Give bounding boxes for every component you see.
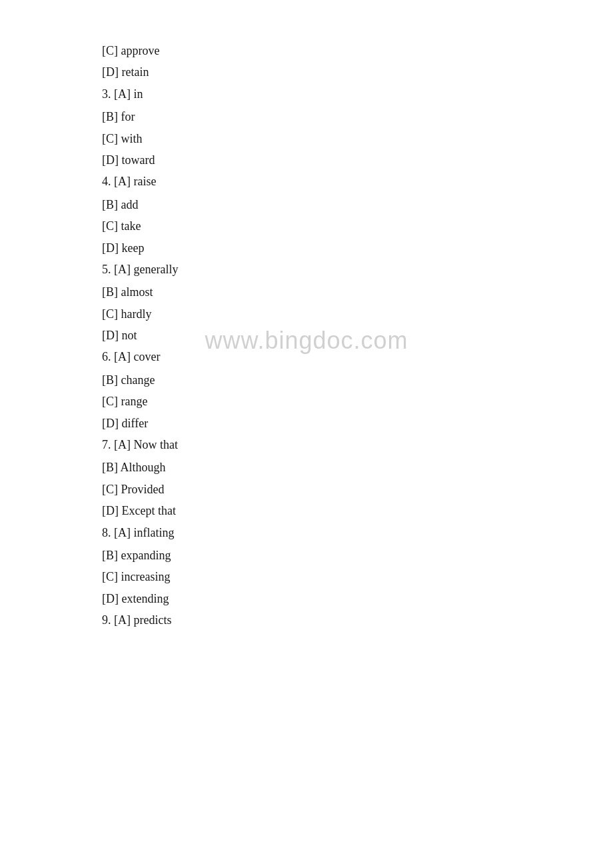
option-item: [C] take [102,215,511,237]
option-item: [C] hardly [102,303,511,325]
option-item: [B] Although [102,457,511,478]
option-item: [C] with [102,128,511,149]
option-item: [B] almost [102,281,511,303]
option-item: [C] Provided [102,479,511,500]
option-item: [D] not [102,325,511,346]
option-item: [D] extending [102,588,511,609]
option-item: [D] toward [102,149,511,171]
option-item: [B] add [102,194,511,215]
page-content: [C] approve[D] retain3. [A] in[B] for[C]… [0,0,613,673]
question-item: 7. [A] Now that [102,434,511,455]
option-item: [C] range [102,391,511,412]
option-item: [B] for [102,106,511,127]
option-item: [D] differ [102,413,511,434]
question-item: 9. [A] predicts [102,609,511,631]
option-item: [D] keep [102,237,511,259]
option-item: [B] change [102,369,511,391]
option-item: [C] increasing [102,566,511,587]
question-item: 6. [A] cover [102,346,511,367]
question-item: 8. [A] inflating [102,522,511,543]
option-item: [D] retain [102,61,511,83]
option-item: [D] Except that [102,500,511,521]
option-item: [B] expanding [102,545,511,566]
question-item: 4. [A] raise [102,171,511,192]
option-item: [C] approve [102,40,511,61]
question-item: 3. [A] in [102,83,511,105]
question-item: 5. [A] generally [102,259,511,280]
